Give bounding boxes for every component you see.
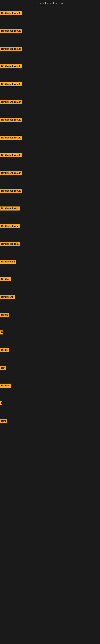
bottleneck-label: Bottlen — [0, 277, 11, 281]
bottleneck-result-item: Bottleneck resu — [0, 224, 20, 229]
bottleneck-result-item: Bottleneck result — [0, 118, 22, 122]
bottleneck-result-item: Bottleneck result — [0, 189, 22, 194]
bottleneck-label: Bottleneck result — [0, 29, 22, 33]
site-title: TheBottlenecker.com — [37, 2, 63, 5]
bottleneck-result-item: Bottleneck resu — [0, 206, 20, 211]
bottleneck-result-item: Bottleneck result — [0, 82, 22, 87]
bottleneck-label: Bottlen — [0, 384, 11, 388]
bottleneck-label: Bott — [0, 419, 7, 423]
bottleneck-label: Bottleneck result — [0, 118, 22, 122]
bottleneck-result-item: Bot — [0, 366, 6, 371]
bottleneck-result-item: Bottleneck resu — [0, 242, 20, 247]
bottleneck-label: Bottle — [0, 313, 9, 317]
bottleneck-result-item: Bottleneck r — [0, 260, 16, 264]
bottleneck-label: E — [0, 401, 2, 405]
bottleneck-label: Bottleneck resu — [0, 224, 20, 228]
bottleneck-result-item: Bottle — [0, 313, 9, 318]
bottleneck-label: Bot — [0, 366, 6, 370]
bottleneck-label: Bottleneck result — [0, 136, 22, 140]
bottleneck-label: B — [0, 330, 3, 334]
bottleneck-label: Bottleneck r — [0, 260, 16, 264]
bottleneck-label: Bottleneck result — [0, 64, 22, 68]
site-header: TheBottlenecker.com — [0, 0, 100, 6]
bottleneck-result-item: Bottleneck result — [0, 153, 22, 158]
bottleneck-result-item: Bottleneck result — [0, 47, 22, 52]
bottleneck-result-item: Bottleneck result — [0, 136, 22, 140]
bottleneck-label: Bottleneck result — [0, 153, 22, 158]
bottleneck-label: Bottleneck — [0, 295, 15, 299]
bottleneck-result-item: Bottleneck result — [0, 171, 22, 176]
bottleneck-result-item: Bottleneck result — [0, 29, 22, 34]
bottleneck-result-item: Bottleneck — [0, 295, 15, 300]
bottleneck-result-item: Bottleneck result — [0, 100, 22, 105]
bottleneck-result-item: Bott — [0, 419, 7, 424]
bottleneck-label: Bottleneck result — [0, 171, 22, 175]
bottleneck-label: Bottleneck resu — [0, 242, 20, 246]
bottleneck-result-item: Bottleneck result — [0, 64, 22, 69]
bottleneck-label: Bottleneck result — [0, 11, 22, 15]
bottleneck-result-item: B — [0, 330, 3, 335]
bottleneck-result-item: Bottlen — [0, 384, 11, 388]
bottleneck-result-item: Bottlen — [0, 277, 11, 282]
bottleneck-result-item: Bottleneck result — [0, 11, 22, 16]
bottleneck-label: Bottleneck result — [0, 189, 22, 193]
bottleneck-label: Bottleneck result — [0, 82, 22, 86]
bottleneck-result-item: Bottle — [0, 348, 9, 353]
bottleneck-label: Bottleneck result — [0, 100, 22, 104]
bottleneck-label: Bottleneck resu — [0, 206, 20, 210]
bottleneck-label: Bottle — [0, 348, 9, 352]
bottleneck-label: Bottleneck result — [0, 47, 22, 51]
bottleneck-result-item: E — [0, 401, 2, 406]
